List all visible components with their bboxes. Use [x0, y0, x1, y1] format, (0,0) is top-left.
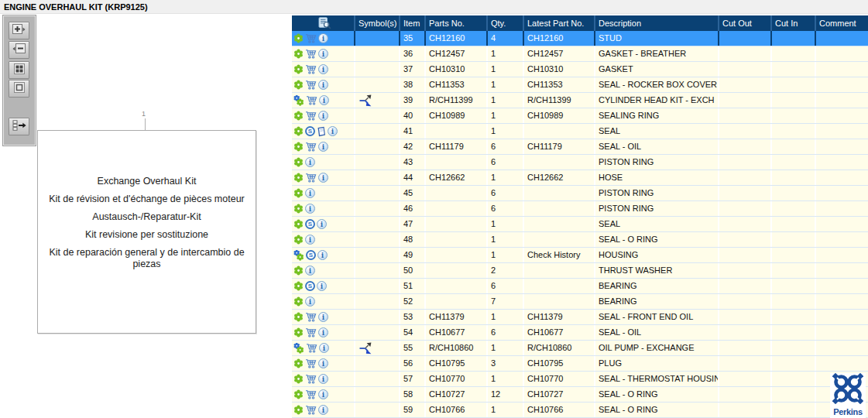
cart-icon[interactable] [305, 389, 317, 399]
table-row[interactable]: i42CH111796CH11179SEAL - OIL [292, 139, 868, 155]
info-icon[interactable]: i [318, 312, 328, 322]
info-icon[interactable]: i [318, 64, 328, 74]
cart-icon[interactable] [305, 33, 317, 43]
gear-icon[interactable] [293, 173, 304, 183]
gear-icon[interactable] [293, 188, 304, 198]
table-row[interactable]: i38CH113531CH11353SEAL - ROCKER BOX COVE… [292, 77, 868, 93]
cart-icon[interactable] [306, 95, 317, 105]
info-icon[interactable]: i [305, 204, 315, 214]
table-row[interactable]: i39R/CH113991R/CH11399CYLINDER HEAD KIT … [292, 93, 868, 108]
table-row[interactable]: i57CH107701CH10770SEAL - THERMOSTAT HOUS… [292, 372, 868, 387]
s-icon[interactable]: S [306, 250, 316, 260]
gear-icon[interactable] [293, 204, 304, 214]
table-row[interactable]: i54CH106776CH10677SEAL - OIL [292, 325, 868, 341]
cart-icon[interactable] [305, 111, 317, 121]
info-icon[interactable]: i [318, 111, 328, 121]
cart-icon[interactable] [305, 374, 317, 384]
s-icon[interactable]: S [305, 126, 315, 136]
single-view-button[interactable] [9, 80, 29, 98]
gear-icon[interactable] [293, 327, 304, 337]
table-row[interactable]: i527BEARING [292, 294, 868, 310]
gear-icon[interactable] [293, 33, 304, 43]
info-icon[interactable]: i [318, 142, 328, 152]
zoom-in-button[interactable] [9, 22, 29, 39]
cart-icon[interactable] [305, 64, 317, 74]
gear-icon[interactable] [293, 266, 304, 276]
gears-icon[interactable] [293, 95, 304, 106]
table-row[interactable]: i40CH109891CH10989SEALING RING [292, 108, 868, 124]
book-icon[interactable] [317, 126, 326, 137]
info-icon[interactable]: i [317, 219, 327, 229]
gear-icon[interactable] [293, 64, 304, 74]
info-icon[interactable]: i [318, 405, 328, 415]
cart-icon[interactable] [305, 358, 317, 368]
info-icon[interactable]: i [328, 126, 338, 136]
gears-icon[interactable] [293, 343, 304, 354]
info-icon[interactable]: i [318, 327, 328, 337]
gear-icon[interactable] [293, 358, 304, 368]
info-icon[interactable]: i [305, 188, 315, 198]
grid-view-button[interactable] [9, 61, 29, 79]
show-list-button[interactable] [9, 118, 29, 135]
cart-icon[interactable] [305, 49, 317, 59]
cart-icon[interactable] [305, 327, 317, 337]
gear-icon[interactable] [293, 374, 304, 384]
kit-hotspot-box[interactable]: Exchange Overhaul Kit Kit de révision et… [37, 130, 256, 334]
table-row[interactable]: i456PISTON RING [292, 186, 868, 201]
info-icon[interactable]: i [318, 173, 328, 183]
info-icon[interactable]: i [317, 250, 328, 260]
table-row[interactable]: Si516BEARING [292, 279, 868, 294]
info-icon[interactable]: i [318, 358, 328, 368]
gear-icon[interactable] [293, 219, 304, 229]
info-icon[interactable]: i [319, 343, 329, 353]
table-row[interactable]: i53CH113791CH11379SEAL - FRONT END OIL [292, 310, 868, 325]
table-row[interactable]: Si491Check HistoryHOUSING [292, 248, 868, 263]
info-icon[interactable]: i [318, 33, 328, 43]
table-row[interactable]: i44CH126621CH12662HOSE [292, 170, 868, 186]
info-icon[interactable]: i [305, 296, 315, 307]
gear-icon[interactable] [293, 281, 304, 291]
info-icon[interactable]: i [319, 95, 329, 105]
gear-icon[interactable] [293, 126, 304, 136]
table-row[interactable]: i59CH107661CH10766SEAL - O RING [292, 403, 868, 418]
cart-icon[interactable] [305, 173, 317, 183]
cart-icon[interactable] [306, 343, 317, 353]
table-row[interactable]: i502THRUST WASHER [292, 263, 868, 279]
gear-icon[interactable] [293, 405, 304, 415]
cart-icon[interactable] [305, 312, 317, 322]
info-icon[interactable]: i [305, 157, 315, 167]
table-row[interactable]: Si471SEAL [292, 217, 868, 232]
table-row[interactable]: i58CH1072712CH10727SEAL - O RING [292, 387, 868, 403]
info-icon[interactable]: i [318, 389, 328, 399]
info-icon[interactable]: i [305, 266, 315, 276]
cart-icon[interactable] [305, 80, 317, 90]
gear-icon[interactable] [293, 80, 304, 90]
info-icon[interactable]: i [305, 235, 315, 245]
cart-icon[interactable] [305, 142, 317, 152]
s-icon[interactable]: S [305, 281, 315, 291]
info-icon[interactable]: i [318, 374, 328, 384]
table-row[interactable]: i56CH107953CH10795PLUG [292, 356, 868, 372]
table-row[interactable]: i481SEAL - O RING [292, 232, 868, 248]
gear-icon[interactable] [293, 111, 304, 121]
table-row[interactable]: i35CH121604CH12160STUD [292, 31, 868, 46]
gear-icon[interactable] [293, 49, 304, 59]
gear-icon[interactable] [293, 296, 304, 307]
table-row[interactable]: Si411SEAL [292, 124, 868, 139]
table-row[interactable]: i55R/CH108601R/CH10860OIL PUMP - EXCHANG… [292, 341, 868, 356]
table-row[interactable]: i36CH124571CH12457GASKET - BREATHER [292, 46, 868, 62]
zoom-out-button[interactable] [9, 41, 29, 59]
gear-icon[interactable] [293, 389, 304, 399]
gears-icon[interactable] [293, 250, 304, 261]
cart-icon[interactable] [305, 405, 317, 415]
table-row[interactable]: i436PISTON RING [292, 155, 868, 170]
info-icon[interactable]: i [317, 281, 327, 291]
gear-icon[interactable] [293, 157, 304, 167]
gear-icon[interactable] [293, 312, 304, 322]
gear-icon[interactable] [293, 235, 304, 245]
table-row[interactable]: i37CH103101CH10310GASKET [292, 62, 868, 77]
gear-icon[interactable] [293, 142, 304, 152]
table-row[interactable]: i466PISTON RING [292, 201, 868, 217]
s-icon[interactable]: S [305, 219, 315, 229]
info-icon[interactable]: i [318, 80, 328, 90]
